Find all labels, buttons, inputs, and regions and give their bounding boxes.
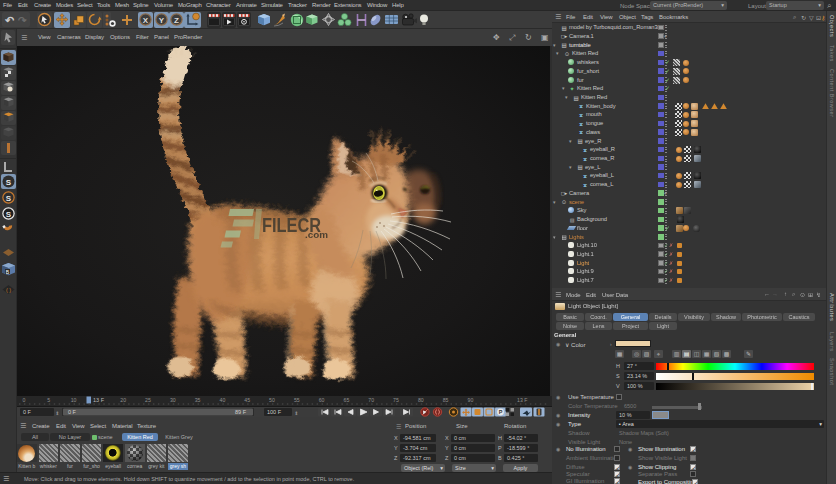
svg-text:↶: ↶	[4, 14, 15, 26]
svg-text:60: 60	[319, 397, 325, 403]
svg-text:X: X	[143, 16, 149, 25]
svg-text:55: 55	[294, 397, 300, 403]
svg-text:13 F: 13 F	[93, 397, 105, 403]
svg-text:70: 70	[368, 397, 374, 403]
svg-text:⬍: ⬍	[294, 410, 298, 416]
svg-text:13 F: 13 F	[517, 397, 527, 403]
svg-text:.com: .com	[305, 230, 329, 240]
svg-text:Z: Z	[174, 16, 179, 25]
svg-text:40: 40	[220, 397, 226, 403]
svg-text:( ): ( )	[6, 287, 11, 293]
svg-text:0: 0	[23, 397, 26, 403]
svg-text:75: 75	[393, 397, 399, 403]
svg-text:45: 45	[244, 397, 250, 403]
svg-text:S: S	[6, 210, 12, 219]
svg-text:100 F: 100 F	[267, 409, 282, 415]
svg-text:89 F: 89 F	[235, 409, 247, 415]
svg-text:20: 20	[120, 397, 126, 403]
svg-text:80: 80	[418, 397, 424, 403]
svg-text:90: 90	[468, 397, 474, 403]
svg-text:30: 30	[170, 397, 176, 403]
svg-text:50: 50	[269, 397, 275, 403]
svg-text:S: S	[6, 194, 12, 203]
svg-text:P: P	[499, 409, 503, 415]
svg-text:25: 25	[145, 397, 151, 403]
svg-text:S: S	[6, 178, 12, 187]
svg-text:10: 10	[71, 397, 77, 403]
svg-text:5: 5	[47, 397, 50, 403]
svg-text:85: 85	[443, 397, 449, 403]
svg-text:0 F: 0 F	[68, 409, 77, 415]
svg-text:↷: ↷	[18, 15, 27, 26]
svg-text:65: 65	[344, 397, 350, 403]
svg-text:35: 35	[195, 397, 201, 403]
svg-text:⬍: ⬍	[55, 410, 59, 416]
svg-text:0 F: 0 F	[23, 409, 32, 415]
svg-text:Y: Y	[159, 16, 165, 25]
